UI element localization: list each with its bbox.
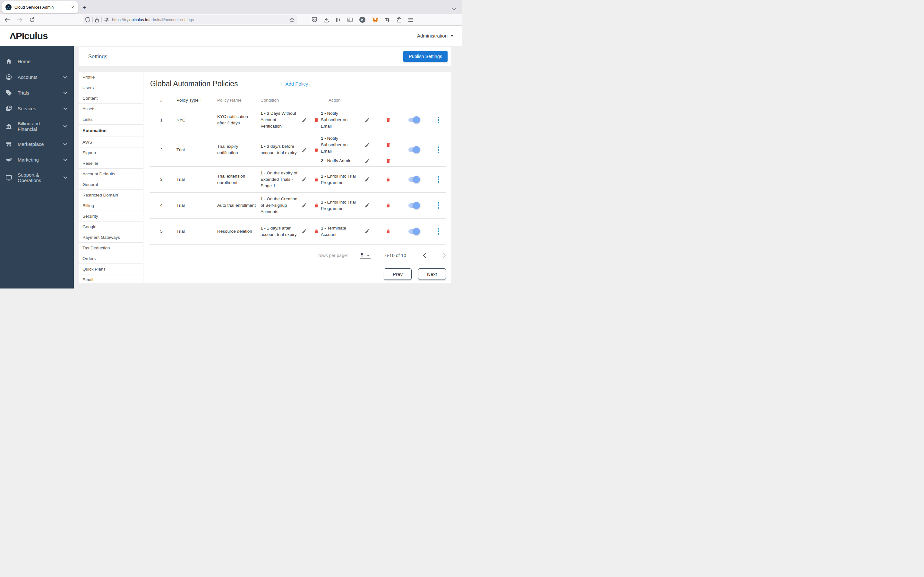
edit-pencil-icon[interactable] bbox=[365, 158, 370, 164]
settings-nav-assets[interactable]: Assets bbox=[79, 103, 143, 114]
settings-nav-automation[interactable]: Automation bbox=[79, 125, 143, 137]
delete-trash-icon[interactable] bbox=[386, 142, 391, 148]
add-policy-button[interactable]: + Add Policy bbox=[279, 81, 309, 87]
table-row: 1 KYC KYC notification after 3 days 1 - … bbox=[150, 107, 446, 133]
settings-nav-security[interactable]: Security bbox=[79, 211, 143, 221]
policy-enabled-toggle[interactable] bbox=[409, 146, 421, 153]
delete-trash-icon[interactable] bbox=[386, 229, 391, 234]
policy-name: Trial extension enrollment bbox=[213, 173, 257, 186]
edit-pencil-icon[interactable] bbox=[365, 117, 370, 123]
next-page-chevron-icon[interactable] bbox=[443, 253, 446, 258]
settings-nav-reseller[interactable]: Reseller bbox=[79, 158, 143, 169]
edit-pencil-icon[interactable] bbox=[365, 203, 370, 208]
settings-nav-quick-plans[interactable]: Quick Plans bbox=[79, 264, 143, 274]
screenshot-icon[interactable] bbox=[385, 17, 390, 22]
chevron-down-icon bbox=[63, 92, 67, 94]
table-row: 3 Trial Trial extension enrollment 1 - O… bbox=[150, 166, 446, 192]
condition-text: 1 - 3 Days Without Account Verification bbox=[260, 110, 298, 129]
settings-nav-links[interactable]: Links bbox=[79, 114, 143, 125]
sidebar-item-support-operations[interactable]: Support & Operations bbox=[0, 168, 74, 187]
url-text[interactable]: https://try.apiculus.io/admin/#/account-… bbox=[112, 18, 288, 22]
sidebar-item-home[interactable]: Home bbox=[0, 53, 74, 69]
delete-trash-icon[interactable] bbox=[386, 203, 391, 208]
edit-pencil-icon[interactable] bbox=[302, 177, 307, 182]
settings-nav-profile[interactable]: Profile bbox=[79, 72, 143, 82]
sidebar-item-trials[interactable]: Trials bbox=[0, 85, 74, 101]
rows-per-page-select[interactable]: 5 bbox=[360, 252, 371, 259]
next-button[interactable]: Next bbox=[418, 268, 446, 280]
extensions-icon[interactable] bbox=[397, 17, 401, 23]
edit-pencil-icon[interactable] bbox=[302, 203, 307, 208]
pocket-icon[interactable] bbox=[312, 17, 317, 23]
row-number: 5 bbox=[150, 229, 173, 234]
settings-nav-users[interactable]: Users bbox=[79, 82, 143, 93]
delete-trash-icon[interactable] bbox=[386, 117, 391, 123]
settings-nav-signup[interactable]: Signup bbox=[79, 147, 143, 158]
policy-enabled-toggle[interactable] bbox=[409, 202, 421, 209]
chevron-down-icon bbox=[63, 76, 67, 79]
forward-icon[interactable] bbox=[17, 17, 23, 22]
delete-trash-icon[interactable] bbox=[386, 158, 391, 164]
edit-pencil-icon[interactable] bbox=[365, 229, 370, 234]
row-number: 3 bbox=[150, 177, 173, 182]
kebab-menu-icon[interactable] bbox=[437, 227, 440, 235]
sidebar: HomeAccountsTrialsServicesBilling and Fi… bbox=[0, 46, 74, 288]
edit-pencil-icon[interactable] bbox=[302, 229, 307, 234]
sidebar-item-services[interactable]: Services bbox=[0, 101, 74, 116]
settings-nav-content[interactable]: Content bbox=[79, 93, 143, 103]
policy-enabled-toggle[interactable] bbox=[409, 116, 421, 123]
settings-nav-payment-gateways[interactable]: Payment Gateways bbox=[79, 232, 143, 243]
settings-nav-account-defaults[interactable]: Account Defaults bbox=[79, 169, 143, 179]
lock-icon[interactable] bbox=[95, 17, 99, 23]
kebab-menu-icon[interactable] bbox=[437, 116, 440, 124]
edit-pencil-icon[interactable] bbox=[365, 142, 370, 148]
settings-nav-aws[interactable]: AWS bbox=[79, 137, 143, 147]
settings-nav-sms[interactable]: SMS bbox=[79, 285, 143, 288]
list-tabs-chevron-icon[interactable] bbox=[452, 8, 456, 11]
sidebar-item-accounts[interactable]: Accounts bbox=[0, 69, 74, 85]
settings-nav-general[interactable]: General bbox=[79, 179, 143, 190]
reload-icon[interactable] bbox=[29, 17, 35, 23]
settings-nav-tax-deduction[interactable]: Tax Deduction bbox=[79, 243, 143, 253]
table-row: 5 Trial Resource deletion 1 - 1 day/s af… bbox=[150, 218, 446, 244]
settings-nav-restricted-domain[interactable]: Restricted Domain bbox=[79, 190, 143, 200]
column-header-policy-type[interactable]: Policy Type ↑ bbox=[173, 98, 213, 103]
sidebar-item-marketplace[interactable]: Marketplace bbox=[0, 136, 74, 152]
delete-trash-icon[interactable] bbox=[386, 177, 391, 182]
edit-pencil-icon[interactable] bbox=[302, 117, 307, 123]
sidebar-item-marketing[interactable]: Marketing bbox=[0, 152, 74, 168]
browser-tab[interactable]: Λ Cloud Services Admin × bbox=[2, 1, 78, 13]
back-icon[interactable] bbox=[5, 17, 10, 22]
permissions-icon[interactable] bbox=[104, 18, 110, 22]
table-header: # Policy Type ↑ Policy Name Condition Ac… bbox=[150, 98, 446, 107]
library-icon[interactable] bbox=[336, 17, 341, 23]
publish-settings-button[interactable]: Publish Settings bbox=[403, 51, 447, 62]
download-icon[interactable] bbox=[324, 17, 329, 23]
edit-pencil-icon[interactable] bbox=[302, 147, 307, 153]
bookmark-star-icon[interactable] bbox=[289, 17, 294, 23]
previous-page-chevron-icon[interactable] bbox=[423, 253, 426, 258]
policy-enabled-toggle[interactable] bbox=[409, 228, 421, 235]
new-tab-button[interactable]: + bbox=[82, 4, 86, 11]
administration-menu[interactable]: Administration bbox=[417, 33, 454, 39]
k-extension-icon[interactable]: K bbox=[359, 17, 365, 23]
metamask-icon[interactable] bbox=[372, 17, 378, 23]
settings-nav-billing[interactable]: Billing bbox=[79, 200, 143, 211]
column-header-policy-name[interactable]: Policy Name bbox=[213, 98, 257, 103]
kebab-menu-icon[interactable] bbox=[437, 145, 440, 154]
sidebar-toggle-icon[interactable] bbox=[347, 18, 352, 22]
tab-close-icon[interactable]: × bbox=[70, 5, 75, 10]
kebab-menu-icon[interactable] bbox=[437, 175, 440, 184]
kebab-menu-icon[interactable] bbox=[437, 201, 440, 210]
shield-icon[interactable] bbox=[86, 17, 90, 23]
url-bar[interactable]: https://try.apiculus.io/admin/#/account-… bbox=[83, 15, 297, 24]
prev-button[interactable]: Prev bbox=[384, 268, 412, 280]
settings-nav-email[interactable]: Email bbox=[79, 274, 143, 285]
menu-icon[interactable] bbox=[408, 18, 413, 22]
settings-nav-orders[interactable]: Orders bbox=[79, 253, 143, 264]
sidebar-item-billing-and-financial[interactable]: Billing and Financial bbox=[0, 116, 74, 136]
automation-panel: Global Automation Policies + Add Policy … bbox=[144, 72, 451, 284]
policy-enabled-toggle[interactable] bbox=[409, 176, 421, 183]
edit-pencil-icon[interactable] bbox=[365, 177, 370, 182]
settings-nav-google[interactable]: Google bbox=[79, 221, 143, 232]
